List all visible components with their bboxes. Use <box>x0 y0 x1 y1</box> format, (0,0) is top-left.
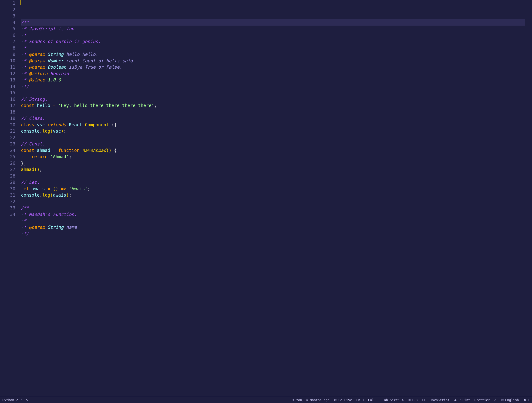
line-number[interactable]: 25 <box>0 154 15 160</box>
line-number[interactable]: 6 <box>0 32 15 39</box>
status-spell-text: English <box>505 398 519 402</box>
status-eol[interactable]: LF <box>422 398 426 402</box>
code-line[interactable]: ·* Maedah's Function. <box>21 211 525 218</box>
editor: 1234567891011121314151617181920212223242… <box>0 0 532 397</box>
status-cursor-position[interactable]: Ln 1, Col 1 <box>356 398 378 402</box>
code-line[interactable]: ahmad(); <box>21 166 525 173</box>
status-notifications[interactable]: 1 <box>523 398 530 402</box>
code-line[interactable]: ·* @param String name <box>21 224 525 231</box>
status-language[interactable]: JavaScript <box>430 398 449 402</box>
line-number[interactable]: 24 <box>0 147 15 154</box>
svg-point-3 <box>335 399 336 400</box>
line-number[interactable]: 18 <box>0 109 15 115</box>
code-line[interactable]: // Class. <box>21 115 525 122</box>
code-line[interactable]: console.log(awais); <box>21 192 525 198</box>
code-line[interactable]: const ahmad = function nameAhmad() { <box>21 147 525 154</box>
line-number[interactable]: 30 <box>0 186 15 192</box>
code-line[interactable]: const hello = 'Hey, hello there there th… <box>21 102 525 109</box>
warning-icon <box>454 398 457 402</box>
code-line[interactable]: ·* @param String hello Hello. <box>21 51 525 58</box>
line-number[interactable]: 17 <box>0 102 15 109</box>
line-number[interactable]: 16 <box>0 96 15 103</box>
line-number[interactable]: 4 <box>0 19 15 26</box>
line-number[interactable]: 3 <box>0 13 15 19</box>
bell-icon <box>523 398 526 402</box>
code-line[interactable]: console.log(vsc); <box>21 128 525 134</box>
status-eslint[interactable]: ESLint <box>454 398 470 402</box>
code-line[interactable] <box>21 134 525 141</box>
line-number[interactable]: 11 <box>0 64 15 70</box>
line-number[interactable]: 29 <box>0 179 15 186</box>
line-number[interactable]: 14 <box>0 83 15 90</box>
line-number[interactable]: 26 <box>0 160 15 167</box>
code-line[interactable] <box>21 90 525 96</box>
status-go-live-text: Go Live <box>338 398 352 402</box>
code-line[interactable]: // Const. <box>21 141 525 147</box>
broadcast-icon <box>334 398 337 402</box>
line-number[interactable]: 32 <box>0 198 15 205</box>
line-number[interactable]: 27 <box>0 166 15 173</box>
code-line[interactable]: /** <box>21 205 525 211</box>
svg-point-4 <box>502 399 503 400</box>
status-bell-count: 1 <box>528 398 530 402</box>
status-tab-size[interactable]: Tab Size: 4 <box>382 398 404 402</box>
status-eslint-text: ESLint <box>458 398 470 402</box>
git-commit-icon <box>291 398 295 402</box>
code-line[interactable]: ·* <box>21 45 525 51</box>
line-number-gutter[interactable]: 1234567891011121314151617181920212223242… <box>0 0 20 397</box>
line-number[interactable]: 5 <box>0 25 15 32</box>
code-line[interactable]: ·* @param Boolean isBye True or False. <box>21 64 525 70</box>
code-line[interactable]: /** <box>21 19 525 26</box>
code-line[interactable]: ·*/ <box>21 230 525 237</box>
code-line[interactable]: ·* Shades of purple is genius. <box>21 38 525 45</box>
code-line[interactable]: let awais = () => 'Awais'; <box>21 186 525 192</box>
code-line[interactable]: ·*/ <box>21 83 525 90</box>
code-line[interactable]: ·* JavaScript is fun <box>21 25 525 32</box>
line-number[interactable]: 8 <box>0 45 15 51</box>
line-number[interactable]: 22 <box>0 134 15 141</box>
code-line[interactable]: ·* <box>21 218 525 224</box>
line-number[interactable]: 20 <box>0 122 15 128</box>
line-number[interactable]: 12 <box>0 70 15 77</box>
line-number[interactable]: 7 <box>0 38 15 45</box>
line-number[interactable]: 19 <box>0 115 15 122</box>
status-blame-text: You, 4 months ago <box>296 398 329 402</box>
eye-icon <box>500 398 504 402</box>
status-git-blame[interactable]: You, 4 months ago <box>291 398 329 402</box>
line-number[interactable]: 1 <box>0 0 15 6</box>
code-area[interactable]: /**·* JavaScript is fun·*·* Shades of pu… <box>20 0 525 397</box>
svg-point-0 <box>292 399 293 400</box>
status-bar: Python 2.7.15 You, 4 months ago Go Live … <box>0 397 532 403</box>
status-spell[interactable]: English <box>500 398 519 402</box>
code-line[interactable]: ·* @param Number count Count of hells sa… <box>21 58 525 64</box>
line-number[interactable]: 28 <box>0 173 15 179</box>
line-number[interactable]: 23 <box>0 141 15 147</box>
status-go-live[interactable]: Go Live <box>334 398 352 402</box>
minimap[interactable] <box>525 0 532 397</box>
status-encoding[interactable]: UTF-8 <box>408 398 418 402</box>
code-line[interactable]: ·* @return Boolean <box>21 70 525 77</box>
code-line[interactable]: // String. <box>21 96 525 103</box>
line-number[interactable]: 13 <box>0 77 15 83</box>
code-line[interactable]: ·* @since 1.0.0 <box>21 77 525 83</box>
code-line[interactable] <box>21 173 525 179</box>
line-number[interactable]: 34 <box>0 211 15 218</box>
line-number[interactable]: 31 <box>0 192 15 198</box>
code-line[interactable]: }; <box>21 160 525 167</box>
line-number[interactable]: 15 <box>0 90 15 96</box>
status-python[interactable]: Python 2.7.15 <box>2 398 28 402</box>
code-line[interactable] <box>21 109 525 115</box>
line-number[interactable]: 9 <box>0 51 15 58</box>
line-number[interactable]: 21 <box>0 128 15 134</box>
line-number[interactable]: 33 <box>0 205 15 211</box>
line-number[interactable]: 2 <box>0 6 15 13</box>
status-prettier[interactable]: Prettier: <box>474 398 496 402</box>
code-line[interactable]: // Let. <box>21 179 525 186</box>
line-number[interactable]: 10 <box>0 58 15 64</box>
code-line[interactable]: ·* <box>21 32 525 39</box>
text-cursor <box>20 0 21 5</box>
code-line[interactable]: → return 'Ahmad'; <box>21 154 525 160</box>
code-line[interactable]: class vsc extends React.Component {} <box>21 122 525 128</box>
code-line[interactable] <box>21 198 525 205</box>
